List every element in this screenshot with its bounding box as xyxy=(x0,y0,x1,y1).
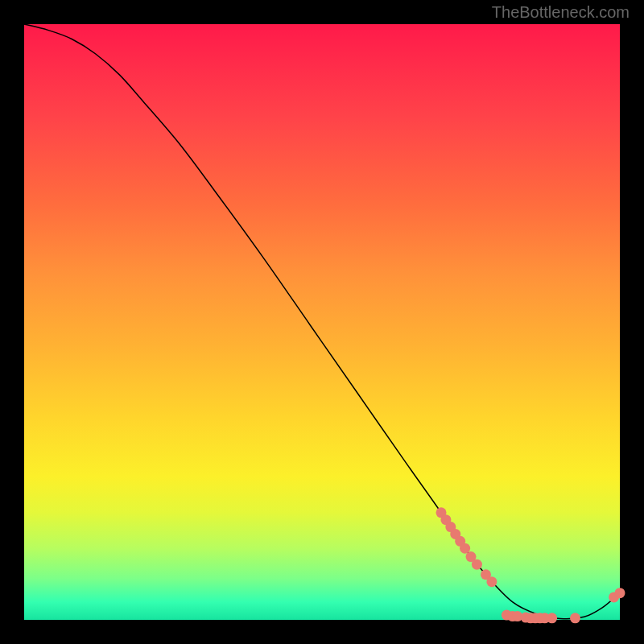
data-markers xyxy=(436,507,625,623)
data-marker xyxy=(472,559,482,570)
data-marker xyxy=(486,576,497,587)
plot-svg xyxy=(24,24,620,620)
plot-area xyxy=(24,24,620,620)
data-marker xyxy=(615,588,625,598)
data-marker xyxy=(570,613,580,623)
data-marker xyxy=(547,613,557,623)
bottleneck-curve xyxy=(24,24,620,619)
watermark-text: TheBottleneck.com xyxy=(492,3,630,22)
